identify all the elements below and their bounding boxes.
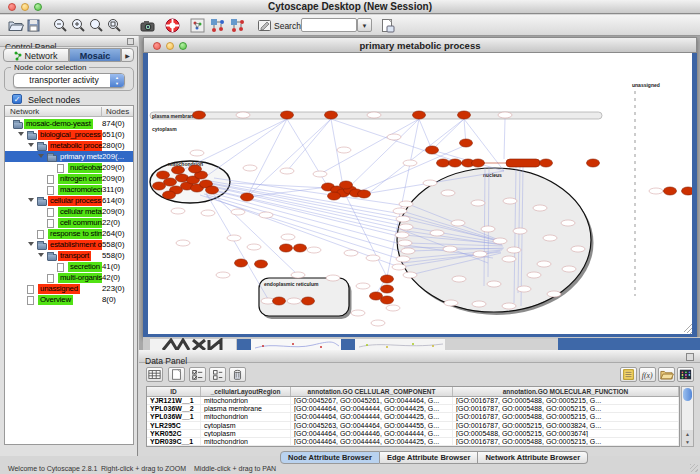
camera-icon[interactable] bbox=[139, 17, 156, 34]
canvas-resize-grip bbox=[684, 324, 692, 334]
tree-row[interactable]: establishment of lo558(0) bbox=[5, 239, 133, 250]
tree-row[interactable]: unassigned223(0) bbox=[5, 283, 133, 294]
annotation-icon[interactable] bbox=[256, 17, 273, 34]
tree-row-label[interactable]: cell communicat bbox=[58, 218, 102, 228]
tree-row[interactable]: primary metabo209(... bbox=[5, 151, 133, 162]
window-maximize-button[interactable] bbox=[179, 42, 187, 50]
layout-icon-2[interactable] bbox=[229, 17, 246, 34]
browser-tab[interactable]: Node Attribute Browser bbox=[280, 451, 380, 464]
browser-tab[interactable]: Network Attribute Browser bbox=[478, 451, 588, 464]
expander-icon[interactable] bbox=[18, 132, 24, 136]
scrollbar-thumb[interactable] bbox=[683, 388, 692, 401]
window-close-button[interactable] bbox=[153, 42, 161, 50]
tree-row-label[interactable]: mosaic-demo-yeast bbox=[24, 119, 93, 129]
maximize-button[interactable] bbox=[34, 3, 42, 11]
zoom-fit-icon[interactable] bbox=[106, 17, 123, 34]
tree-row[interactable]: transport558(0) bbox=[5, 250, 133, 261]
tree-row[interactable]: cellular metabol209(0) bbox=[5, 206, 133, 217]
scrollbar-buttons[interactable]: ▲▼ bbox=[682, 430, 693, 446]
tree-row-label[interactable]: macromolecule bbox=[58, 185, 102, 195]
tree-row-label[interactable]: response to stimulu bbox=[48, 229, 102, 239]
table-row[interactable]: YLR295Ccytoplasm[GO:0045263, GO:0044464,… bbox=[147, 422, 679, 430]
notepad-icon[interactable] bbox=[620, 367, 637, 382]
tree-row-label[interactable]: establishment of lo bbox=[48, 240, 102, 250]
expander-icon[interactable] bbox=[28, 242, 34, 246]
delete-attribute-icon[interactable] bbox=[229, 367, 246, 382]
column-header[interactable]: _cellularLayoutRegion bbox=[201, 387, 291, 396]
tree-row[interactable]: mosaic-demo-yeast874(0) bbox=[5, 118, 133, 129]
edge bbox=[287, 119, 331, 171]
table-row[interactable]: YPL036W__1mitochondrion[GO:0044464, GO:0… bbox=[147, 413, 679, 421]
node-color-dropdown[interactable]: transporter activity ▲▼ bbox=[13, 73, 125, 88]
import-doc-icon[interactable] bbox=[379, 17, 396, 34]
browser-tab[interactable]: Edge Attribute Browser bbox=[380, 451, 478, 464]
tree-row[interactable]: biological_process651(0) bbox=[5, 129, 133, 140]
tree-row-label[interactable]: nitrogen compo bbox=[58, 174, 102, 184]
import-folder-icon[interactable] bbox=[658, 367, 675, 382]
resize-grip[interactable] bbox=[690, 464, 698, 472]
new-attribute-icon[interactable] bbox=[168, 367, 185, 382]
expander-icon[interactable] bbox=[28, 198, 34, 202]
attribute-table-icon[interactable] bbox=[146, 367, 163, 382]
tree-row-label[interactable]: unassigned bbox=[38, 284, 80, 294]
tab-mosaic[interactable]: Mosaic bbox=[69, 48, 121, 62]
tree-row[interactable]: nucleobase-209(0) bbox=[5, 162, 133, 173]
tree-row-label[interactable]: Overview bbox=[38, 295, 73, 305]
tab-network[interactable]: Network bbox=[3, 48, 69, 62]
function-icon[interactable]: f(x) bbox=[639, 367, 656, 382]
network-canvas[interactable]: plasma membranecytoplasmnucleusmitochond… bbox=[148, 53, 692, 334]
tree-row[interactable]: Overview8(0) bbox=[5, 294, 133, 305]
close-button[interactable] bbox=[8, 3, 16, 11]
table-row[interactable]: YJR121W__1mitochondrion[GO:0045267, GO:0… bbox=[147, 397, 679, 405]
minimize-button[interactable] bbox=[21, 3, 29, 11]
column-header[interactable]: annotation.GO CELLULAR_COMPONENT bbox=[291, 387, 453, 396]
layout-icon-1[interactable] bbox=[209, 17, 226, 34]
window-minimize-button[interactable] bbox=[166, 42, 174, 50]
select-attributes-icon[interactable] bbox=[189, 367, 206, 382]
table-scrollbar[interactable]: ▲▼ bbox=[681, 386, 694, 447]
tree-row-label[interactable]: cellular metabol bbox=[58, 207, 102, 217]
search-dropdown-button[interactable]: ▼ bbox=[357, 18, 372, 32]
app-titlebar: Cytoscape Desktop (New Session) bbox=[0, 0, 700, 14]
table-row[interactable]: YKR052Ccytoplasm[GO:0044464, GO:0044446,… bbox=[147, 430, 679, 438]
tree-row-label[interactable]: transport bbox=[58, 251, 91, 261]
tree-row[interactable]: macromolecule311(0) bbox=[5, 184, 133, 195]
zoom-out-icon[interactable] bbox=[52, 17, 69, 34]
expander-icon[interactable] bbox=[38, 154, 44, 158]
save-icon[interactable] bbox=[25, 17, 42, 34]
network-window-titlebar[interactable]: primary metabolic process bbox=[143, 37, 697, 53]
network-view-icon[interactable] bbox=[189, 17, 206, 34]
float-panel-icon[interactable] bbox=[127, 38, 134, 45]
open-folder-icon[interactable] bbox=[7, 17, 24, 34]
tree-row-label[interactable]: biological_process bbox=[38, 130, 102, 140]
tree-row[interactable]: cellular process614(0) bbox=[5, 195, 133, 206]
tree-row[interactable]: secretion41(0) bbox=[5, 261, 133, 272]
data-panel-float-icon[interactable] bbox=[686, 353, 694, 361]
tree-row-label[interactable]: nucleobase- bbox=[68, 163, 102, 173]
column-header[interactable]: annotation.GO MOLECULAR_FUNCTION bbox=[453, 387, 679, 396]
tree-row[interactable]: response to stimulu264(0) bbox=[5, 228, 133, 239]
tab-overflow-button[interactable]: ▶ bbox=[121, 48, 134, 62]
select-nodes-checkbox[interactable]: ✓ bbox=[12, 94, 22, 104]
zoom-selected-icon[interactable] bbox=[88, 17, 105, 34]
matrix-icon[interactable] bbox=[677, 367, 694, 382]
unselect-attributes-icon[interactable] bbox=[209, 367, 226, 382]
zoom-in-icon[interactable] bbox=[70, 17, 87, 34]
tree-row[interactable]: multi-organism pro42(0) bbox=[5, 272, 133, 283]
tree-row-label[interactable]: metabolic process bbox=[48, 141, 102, 151]
tree-row-label[interactable]: secretion bbox=[68, 262, 102, 272]
app-title: Cytoscape Desktop (New Session) bbox=[0, 0, 700, 14]
tree-row[interactable]: nitrogen compo209(0) bbox=[5, 173, 133, 184]
column-header[interactable]: ID bbox=[147, 387, 201, 396]
tree-row-label[interactable]: multi-organism pro bbox=[58, 273, 102, 283]
table-row[interactable]: YPL036W__2plasma membrane[GO:0044464, GO… bbox=[147, 405, 679, 413]
table-row[interactable]: YDR039C__1mitochondrion[GO:0044464, GO:0… bbox=[147, 438, 679, 446]
tree-row[interactable]: metabolic process280(0) bbox=[5, 140, 133, 151]
tree-row-label[interactable]: primary metabo bbox=[58, 152, 102, 162]
tree-row[interactable]: cell communicat22(0) bbox=[5, 217, 133, 228]
expander-icon[interactable] bbox=[28, 143, 34, 147]
expander-icon[interactable] bbox=[38, 253, 44, 257]
tree-row-label[interactable]: cellular process bbox=[48, 196, 102, 206]
search-input[interactable] bbox=[301, 18, 357, 32]
help-lifesaver-icon[interactable] bbox=[164, 17, 181, 34]
